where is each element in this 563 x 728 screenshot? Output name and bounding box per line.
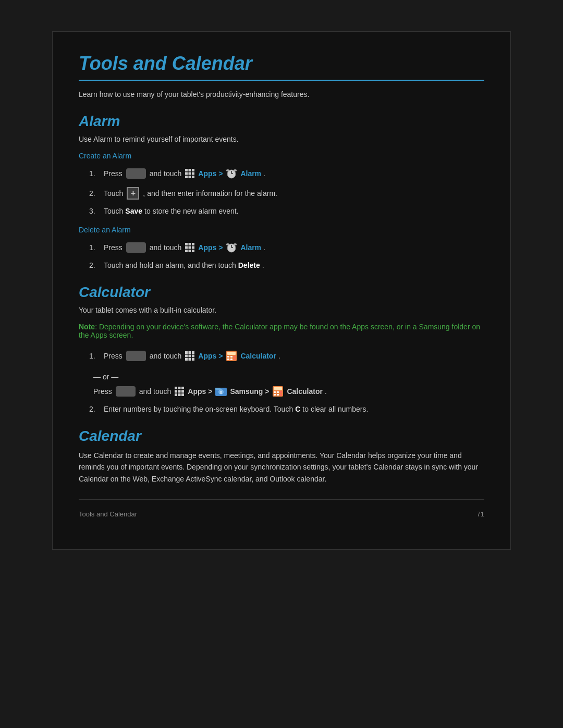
delete-step-2-content: Touch and hold an alarm, and then touch …: [104, 261, 264, 269]
svg-rect-6: [185, 176, 188, 178]
create-step-2: 2. Touch , and then enter information fo…: [89, 187, 484, 200]
calculator-icon-1: [225, 350, 238, 362]
alarm-label-d1: Alarm: [240, 243, 261, 252]
delete-period: .: [262, 261, 264, 269]
step-number-2: 2.: [89, 189, 104, 198]
svg-rect-35: [189, 358, 191, 361]
svg-rect-47: [181, 387, 184, 389]
create-alarm-steps: 1. Press and touch: [89, 167, 484, 215]
and-touch-1: and touch: [150, 169, 182, 178]
svg-rect-19: [192, 246, 194, 249]
press-label-d1: Press: [104, 243, 123, 252]
delete-step-1-content: Press and touch: [104, 241, 265, 254]
create-alarm-subsection: Create an Alarm 1. Press and touch: [79, 152, 484, 215]
svg-rect-41: [234, 356, 236, 357]
svg-rect-42: [227, 359, 229, 360]
svg-rect-43: [230, 359, 232, 360]
step-1-content: Press and touch: [104, 167, 265, 180]
svg-rect-1: [189, 169, 191, 171]
svg-rect-31: [185, 355, 188, 357]
calculator-step2-list: 2. Enter numbers by touching the on-scre…: [89, 405, 484, 413]
delete-label: Delete: [238, 261, 260, 269]
svg-rect-4: [189, 172, 191, 175]
svg-rect-8: [192, 176, 194, 178]
apps-label-c1: Apps >: [198, 352, 223, 360]
alarm-icon-d1: [225, 241, 238, 254]
calendar-section: Calendar Use Calendar to create and mana…: [79, 428, 484, 485]
delete-alarm-title: Delete an Alarm: [79, 226, 484, 234]
svg-rect-50: [181, 390, 184, 393]
page-container: Tools and Calendar Learn how to use many…: [52, 31, 511, 550]
svg-rect-21: [189, 250, 191, 252]
footer-chapter-label: Tools and Calendar: [79, 510, 137, 518]
svg-rect-53: [181, 393, 184, 396]
svg-rect-46: [178, 387, 181, 389]
calc-step-2-text2: to clear all numbers.: [302, 405, 368, 413]
svg-rect-49: [178, 390, 181, 393]
svg-rect-61: [277, 391, 279, 393]
delete-step-2-text: Touch and hold an alarm, and then touch: [104, 261, 236, 269]
svg-rect-7: [189, 176, 191, 178]
alarm-section-title: Alarm: [79, 113, 484, 130]
svg-rect-15: [189, 243, 191, 245]
step-2-content: Touch , and then enter information for t…: [104, 187, 277, 200]
calc-step-2-text1: Enter numbers by touching the on-screen …: [104, 405, 293, 413]
calendar-section-text: Use Calendar to create and manage events…: [79, 450, 484, 485]
svg-rect-52: [178, 393, 181, 396]
page-footer: Tools and Calendar 71: [79, 499, 484, 518]
svg-rect-33: [192, 355, 194, 357]
svg-rect-2: [192, 169, 194, 171]
svg-rect-40: [230, 356, 232, 357]
alarm-icon-1: [225, 167, 238, 180]
and-touch-alt: and touch: [139, 387, 172, 396]
svg-point-13: [234, 169, 237, 171]
svg-rect-28: [185, 351, 188, 354]
samsung-label: Samsung >: [230, 387, 269, 396]
home-button-d1: [126, 242, 146, 253]
plus-icon: [127, 187, 139, 200]
apps-icon-c1: [184, 350, 195, 362]
apps-icon-d1: [184, 242, 195, 253]
calc-step-number-1: 1.: [89, 352, 104, 360]
svg-rect-36: [192, 358, 194, 361]
calc-step-2-content: Enter numbers by touching the on-screen …: [104, 405, 368, 413]
step-3-content: Touch Save to store the new alarm event.: [104, 207, 239, 215]
calculator-steps: 1. Press and touch: [89, 350, 484, 362]
svg-rect-64: [277, 394, 279, 396]
home-button-1: [126, 168, 146, 179]
svg-rect-22: [192, 250, 194, 252]
note-bold: Note: [79, 323, 95, 331]
delete-step-number-1: 1.: [89, 243, 104, 252]
period-1: .: [263, 169, 265, 178]
svg-point-26: [226, 243, 229, 245]
svg-rect-29: [189, 351, 191, 354]
calculator-section: Calculator Your tablet comes with a buil…: [79, 284, 484, 413]
save-label: Save: [125, 207, 142, 215]
svg-rect-5: [192, 172, 194, 175]
step-3-text: to store the new alarm event.: [144, 207, 239, 215]
calc-step-number-2: 2.: [89, 405, 104, 413]
and-touch-c1: and touch: [150, 352, 182, 360]
svg-rect-55: [215, 388, 221, 390]
svg-rect-25: [231, 247, 233, 248]
calc-step-2: 2. Enter numbers by touching the on-scre…: [89, 405, 484, 413]
content-box: Tools and Calendar Learn how to use many…: [52, 31, 511, 550]
create-alarm-title: Create an Alarm: [79, 152, 484, 160]
svg-rect-45: [175, 387, 177, 389]
calculator-note-text: Note: Depending on your device's softwar…: [79, 323, 484, 339]
svg-point-27: [234, 243, 237, 245]
alarm-section: Alarm Use Alarm to remind yourself of im…: [79, 113, 484, 269]
chapter-intro: Learn how to use many of your tablet's p…: [79, 90, 484, 98]
samsung-folder-icon: S: [215, 385, 227, 398]
press-label-alt: Press: [93, 387, 112, 396]
press-label-c1: Press: [104, 352, 123, 360]
svg-rect-34: [185, 358, 188, 361]
chapter-title: Tools and Calendar: [79, 53, 484, 81]
home-button-alt: [116, 386, 136, 397]
apps-label-d1: Apps >: [198, 243, 223, 252]
delete-step-number-2: 2.: [89, 261, 104, 269]
svg-rect-51: [175, 393, 177, 396]
svg-rect-65: [280, 394, 282, 396]
svg-rect-39: [227, 356, 229, 357]
svg-rect-18: [189, 246, 191, 249]
